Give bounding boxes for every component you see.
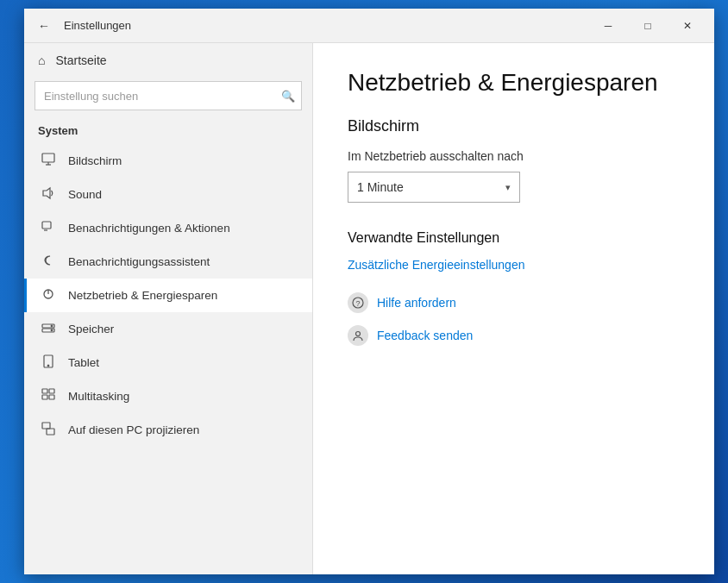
svg-point-13 (47, 365, 49, 367)
feedback-label[interactable]: Feedback senden (377, 329, 473, 342)
sidebar-item-multitasking[interactable]: Multitasking (24, 379, 312, 413)
svg-rect-19 (47, 429, 54, 435)
page-title: Netzbetrieb & Energiesparen (348, 69, 680, 97)
display-section-heading: Bildschirm (348, 117, 680, 135)
display-icon (41, 153, 56, 169)
multitasking-icon (41, 388, 56, 404)
related-heading: Verwandte Einstellungen (348, 230, 680, 246)
help-label[interactable]: Hilfe anfordern (377, 296, 456, 310)
settings-window: ← Einstellungen ─ □ ✕ ⌂ Startseite 🔍 (24, 9, 714, 574)
project-icon (41, 422, 56, 438)
sidebar-item-speicher[interactable]: Speicher (24, 312, 312, 346)
tablet-icon (41, 354, 56, 371)
power-dropdown[interactable]: 1 Minute ▾ (348, 172, 520, 203)
dropdown-container: 1 Minute ▾ (348, 172, 680, 203)
svg-marker-3 (43, 188, 50, 198)
close-button[interactable]: ✕ (668, 9, 707, 43)
svg-point-22 (356, 332, 361, 336)
svg-rect-0 (42, 154, 54, 162)
search-container: 🔍 (35, 81, 302, 110)
sidebar-home[interactable]: ⌂ Startseite (24, 43, 312, 78)
titlebar: ← Einstellungen ─ □ ✕ (24, 9, 714, 43)
sidebar-item-projizieren[interactable]: Auf diesen PC projizieren (24, 413, 312, 447)
svg-rect-18 (42, 423, 50, 429)
sidebar-item-bildschirm[interactable]: Bildschirm (24, 144, 312, 178)
search-icon: 🔍 (281, 90, 295, 103)
svg-rect-15 (49, 389, 54, 393)
help-icon: ? (348, 292, 368, 313)
svg-text:?: ? (356, 299, 361, 308)
dropdown-value: 1 Minute (357, 180, 404, 194)
feedback-icon (348, 325, 368, 346)
window-title: Einstellungen (57, 19, 588, 32)
sidebar-item-netzbetrieb[interactable]: Netzbetrieb & Energiesparen (24, 279, 312, 312)
sidebar-item-tablet[interactable]: Tablet (24, 346, 312, 379)
svg-rect-16 (42, 395, 47, 399)
sound-icon (41, 186, 56, 203)
sidebar-item-sound[interactable]: Sound (24, 178, 312, 211)
back-button[interactable]: ← (31, 13, 57, 39)
storage-icon (41, 321, 56, 337)
power-icon (41, 287, 56, 304)
maximize-button[interactable]: □ (628, 9, 668, 43)
svg-rect-17 (49, 395, 54, 399)
moon-icon (41, 254, 56, 270)
chevron-down-icon: ▾ (505, 182, 511, 193)
sidebar-item-benachrichtigungen[interactable]: Benachrichtigungen & Aktionen (24, 211, 312, 245)
search-input[interactable] (35, 81, 302, 110)
dropdown-label: Im Netzbetrieb ausschalten nach (348, 149, 680, 163)
section-title: System (24, 121, 312, 144)
svg-point-10 (51, 325, 53, 327)
notification-icon (41, 220, 56, 236)
home-icon: ⌂ (38, 53, 45, 67)
sidebar-item-assistent[interactable]: Benachrichtigungsassistent (24, 245, 312, 279)
window-content: ⌂ Startseite 🔍 System Bildschirm (24, 43, 714, 574)
svg-point-11 (51, 329, 53, 331)
help-link-container[interactable]: ? Hilfe anfordern (348, 292, 680, 313)
feedback-link-container[interactable]: Feedback senden (348, 325, 680, 346)
svg-rect-4 (42, 222, 51, 229)
sidebar: ⌂ Startseite 🔍 System Bildschirm (24, 43, 313, 574)
window-controls: ─ □ ✕ (588, 9, 707, 43)
minimize-button[interactable]: ─ (588, 9, 628, 43)
energy-settings-link[interactable]: Zusätzliche Energieeinstellungen (348, 258, 680, 272)
main-content: Netzbetrieb & Energiesparen Bildschirm I… (313, 43, 714, 574)
svg-rect-14 (42, 389, 47, 393)
